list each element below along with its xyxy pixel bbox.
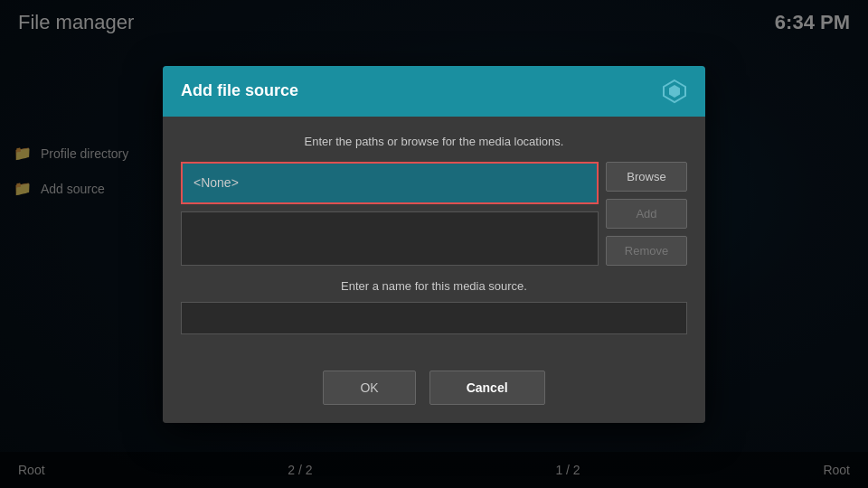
browse-button[interactable]: Browse (606, 162, 687, 192)
name-section: Enter a name for this media source. (181, 279, 687, 334)
side-buttons: Browse Add Remove (606, 162, 687, 266)
path-input-wrapper (181, 162, 599, 204)
name-label: Enter a name for this media source. (181, 279, 687, 293)
add-file-source-dialog: Add file source Enter the paths or brows… (163, 66, 705, 423)
cancel-button[interactable]: Cancel (429, 371, 545, 405)
remove-button[interactable]: Remove (606, 236, 687, 266)
dialog-title: Add file source (181, 81, 298, 100)
ok-button[interactable]: OK (323, 371, 415, 405)
dialog-body: Enter the paths or browse for the media … (163, 117, 705, 352)
dialog-footer: OK Cancel (163, 352, 705, 423)
dialog-subtitle: Enter the paths or browse for the media … (181, 135, 687, 148)
source-name-input[interactable] (181, 302, 687, 334)
dialog-header: Add file source (163, 66, 705, 117)
path-input[interactable] (184, 165, 595, 200)
svg-marker-1 (669, 85, 680, 98)
modal-overlay: Add file source Enter the paths or brows… (0, 0, 868, 488)
path-list-area (181, 211, 599, 266)
add-button[interactable]: Add (606, 199, 687, 229)
path-row: Browse Add Remove (181, 162, 687, 266)
kodi-logo-icon (662, 79, 687, 104)
